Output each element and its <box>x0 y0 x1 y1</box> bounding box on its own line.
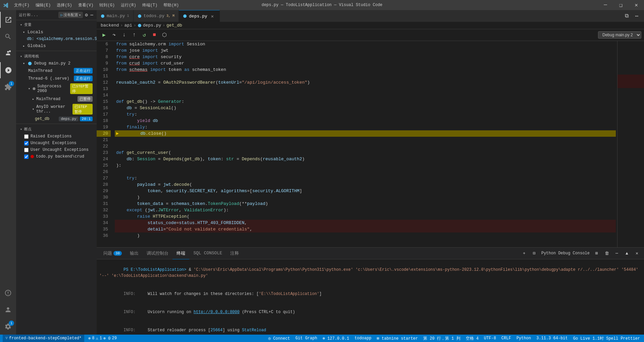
step-over-btn[interactable]: ↷ <box>109 30 119 40</box>
call-stack-header[interactable]: ▾ 调用堆栈 <box>16 52 97 60</box>
main-thread-item[interactable]: MainThread 正在运行 <box>16 67 97 75</box>
tab-close-deps[interactable]: ✕ <box>209 13 215 19</box>
activity-icon-remote[interactable] <box>0 285 16 301</box>
indent[interactable]: 空格 4 <box>464 336 480 341</box>
activity-icon-source-control[interactable] <box>0 45 16 61</box>
split-editor-btn[interactable]: ⧉ <box>622 11 631 21</box>
debug-session-item[interactable]: ▾ Debug main.py 2 <box>16 60 97 67</box>
menu-help[interactable]: 帮助(H) <box>161 2 182 9</box>
new-terminal-btn[interactable]: + <box>520 249 529 258</box>
terminal-content[interactable]: PS E:\TodoListApplication> & 'C:\Users\E… <box>97 259 644 335</box>
tab-todos[interactable]: todos.py 3, M <box>134 10 179 22</box>
restore-button[interactable]: ❑ <box>613 0 629 10</box>
menu-goto[interactable]: 转到(G) <box>97 2 117 9</box>
code-content[interactable]: from sqlalchemy.orm import Session from … <box>113 41 617 247</box>
python-icon-3 <box>183 14 187 18</box>
titlebar-menu[interactable]: 文件(F) 编辑(E) 选择(S) 查看(V) 转到(G) 运行(R) 终端(T… <box>11 2 182 9</box>
menu-file[interactable]: 文件(F) <box>11 2 32 9</box>
menu-terminal[interactable]: 终端(T) <box>140 2 160 9</box>
live-server[interactable]: ⊕ 127.0.0.1 <box>321 336 350 341</box>
minimize-button[interactable]: ─ <box>598 0 613 10</box>
app-name[interactable]: todoapp <box>353 336 373 341</box>
activity-icon-run-debug[interactable] <box>0 62 16 78</box>
breakpoints-btn[interactable]: ⬡ <box>160 30 169 40</box>
user-uncaught-checkbox[interactable] <box>24 148 29 152</box>
subprocess-main-thread[interactable]: ▸ MainThread 已暂停 <box>16 95 97 103</box>
continue-btn[interactable]: ▶ <box>99 30 109 40</box>
language-mode[interactable]: Python <box>515 336 532 341</box>
line-col[interactable]: 第 20 行，第 1 列 <box>422 336 461 341</box>
debug-more[interactable]: ⋯ <box>90 11 94 18</box>
breakpoints-header[interactable]: ▾ 断点 <box>16 125 97 133</box>
thread6-item[interactable]: Thread-6 (.serve) 正在运行 <box>16 75 97 82</box>
activity-icon-settings[interactable]: 1 <box>0 318 16 335</box>
get-db-frame[interactable]: get_db deps.py 20:1 <box>16 116 97 122</box>
locals-item[interactable]: ▾ Locals <box>16 29 97 36</box>
debug-settings[interactable]: ⚙ <box>84 11 88 18</box>
activity-icon-explorer[interactable] <box>0 12 16 28</box>
uncaught-exceptions-checkbox[interactable] <box>24 141 29 145</box>
stop-btn[interactable]: ■ <box>150 30 159 40</box>
code-line-35: detail="Could not validate credentials", <box>115 226 616 232</box>
tabnine[interactable]: ⊞ tabnine starter <box>376 336 419 341</box>
raised-exceptions-checkbox[interactable] <box>24 134 29 139</box>
tab-main[interactable]: main.py 1 <box>97 10 134 22</box>
code-line-19: finally: <box>115 124 616 130</box>
remote-connect[interactable]: ◎ Connect <box>267 336 291 341</box>
panel-tab-comments[interactable]: 注释 <box>226 248 243 259</box>
uncaught-exceptions-item[interactable]: Uncaught Exceptions <box>16 140 97 146</box>
deps-file-icon <box>138 24 142 28</box>
activity-icon-accounts[interactable] <box>0 302 16 318</box>
user-uncaught-item[interactable]: User Uncaught Exceptions <box>16 146 97 153</box>
close-button[interactable]: ✕ <box>629 0 644 10</box>
activity-icon-extensions[interactable]: 1 <box>0 79 16 95</box>
activity-icon-search[interactable] <box>0 29 16 45</box>
step-out-btn[interactable]: ↑ <box>130 30 139 40</box>
subprocess-item[interactable]: ▾ Subprocess 2060 已STEP暂停 <box>16 82 97 95</box>
todo-breakpoint-item[interactable]: todo.py backend\crud <box>16 153 97 160</box>
code-line-26 <box>115 169 616 175</box>
db-var-item[interactable]: db: <sqlalchemy.orm.session.S... <box>16 36 97 42</box>
git-branch-item[interactable]: ⑂ fronted-backend-stepCompleted* <box>3 335 84 342</box>
variables-header[interactable]: ▾ 变量 <box>16 21 97 29</box>
kill-terminal-btn[interactable]: 🗑 <box>602 249 611 258</box>
code-line-32: except (jwt.JWTError, ValidationError): <box>115 207 616 213</box>
anyio-thread[interactable]: ▾ AnyIO worker thr... 已STEP暂停 <box>16 103 97 116</box>
panel-tab-output[interactable]: 输出 <box>126 248 143 259</box>
python-debug-console-label[interactable]: Python Debug Console <box>540 251 591 256</box>
todo-breakpoint-checkbox[interactable] <box>24 155 29 159</box>
eol[interactable]: CRLF <box>500 336 512 341</box>
main-layout: 1 1 运行和... ▷ 没有配置 ▾ ⚙ ⋯ <box>0 10 644 335</box>
panel-tab-terminal[interactable]: 终端 <box>172 248 189 259</box>
terminal-list-btn[interactable]: ⊞ <box>592 249 601 258</box>
code-line-14 <box>115 92 616 98</box>
panel-tab-debug-console[interactable]: 调试控制台 <box>143 248 172 259</box>
restart-btn[interactable]: ↺ <box>140 30 149 40</box>
debug-toolbar-left: ▶ ↷ ↓ ↑ ↺ ■ ⬡ <box>99 30 169 40</box>
terminal-more-btn[interactable]: ⋯ <box>612 249 621 258</box>
close-panel-btn[interactable]: ✕ <box>633 249 641 258</box>
raised-exceptions-item[interactable]: Raised Exceptions <box>16 133 97 140</box>
split-terminal-btn[interactable]: ⊟ <box>530 249 539 258</box>
extra-info[interactable]: Go Live 1.1时 Spell Prettier <box>572 336 641 341</box>
git-graph[interactable]: Git Graph <box>294 336 318 341</box>
more-btn[interactable]: ⋯ <box>632 11 641 21</box>
menu-select[interactable]: 选择(S) <box>54 2 75 9</box>
encoding[interactable]: UTF-8 <box>483 336 497 341</box>
step-into-btn[interactable]: ↓ <box>119 30 129 40</box>
panel-tab-sql[interactable]: SQL CONSOLE <box>189 248 226 259</box>
tab-deps[interactable]: deps.py ✕ <box>179 10 220 22</box>
errors-item[interactable]: ⊗ 8 ⚠ 1 ⊗ 0 29 <box>87 336 118 341</box>
menu-run[interactable]: 运行(R) <box>118 2 139 9</box>
code-line-17: try: <box>115 111 616 118</box>
menu-view[interactable]: 查看(V) <box>76 2 96 9</box>
no-config[interactable]: 没有配置 <box>63 12 78 17</box>
window-title: deps.py — TodoListApplication — Visual S… <box>261 3 382 7</box>
menu-edit[interactable]: 编辑(E) <box>33 2 54 9</box>
code-line-15: def get_db() -> Generator: <box>115 98 616 105</box>
panel-tab-problems[interactable]: 问题 38 <box>99 248 126 259</box>
globals-item[interactable]: ▸ Globals <box>16 42 97 49</box>
maximize-panel-btn[interactable]: ▲ <box>623 249 631 258</box>
python-version[interactable]: 3.11.3 64-bit <box>535 336 569 341</box>
debug-config-select[interactable]: Debug main.py 2 <box>598 31 641 39</box>
